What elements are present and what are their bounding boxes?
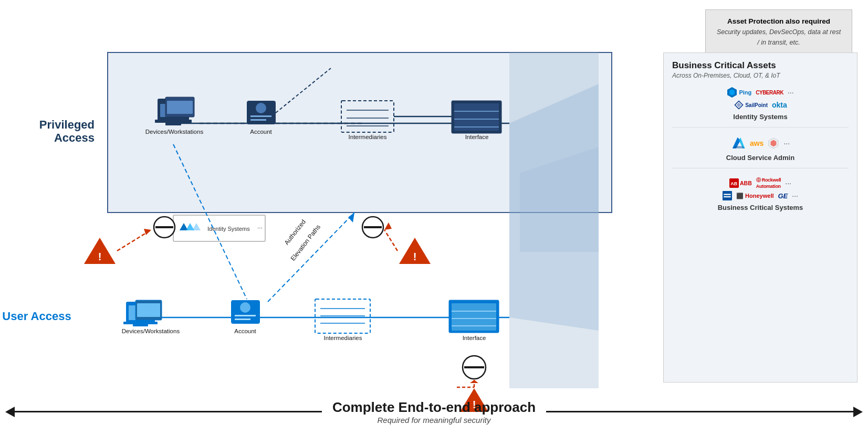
abb-logo: AB ABB [729, 178, 752, 188]
arrow-line [15, 411, 322, 412]
arrow-left [5, 407, 15, 417]
svg-point-27 [240, 302, 250, 313]
svg-text:!: ! [98, 251, 102, 262]
priv-account-label: Account [250, 129, 272, 135]
identity-logos-2: SailPoint okta [672, 100, 849, 110]
dots-2: ··· [783, 139, 790, 147]
priv-int-label: Intermediaries [349, 134, 387, 140]
svg-text:···: ··· [257, 224, 263, 231]
privileged-access-label: Privileged [39, 118, 95, 131]
svg-rect-28 [235, 315, 256, 316]
arrow-row: Complete End-to-end approach Required fo… [5, 399, 863, 425]
cyberark-logo: CYBERARK [756, 90, 783, 96]
asset-protection-callout: Asset Protection also required Security … [705, 9, 852, 55]
dots-1: ··· [788, 88, 794, 97]
rockwell-logo: ⓪ RockwellAutomation [756, 177, 781, 189]
svg-rect-48 [723, 191, 732, 200]
ping-logo: Ping [727, 87, 751, 98]
ge-logo: GE [778, 192, 788, 200]
priv-devices-label: Devices/Workstations [145, 129, 204, 135]
arrow-right [853, 407, 863, 417]
bcs-section-label: Business Critical Systems [672, 204, 849, 211]
svg-rect-3 [167, 101, 193, 114]
main-diagram: Devices/Workstations Account Intermediar… [5, 42, 663, 399]
cloud-logos: aws ··· [672, 136, 849, 151]
svg-text:!: ! [413, 251, 417, 262]
bca-subtitle: Across On-Premises, Cloud, OT, & IoT [672, 72, 849, 79]
svg-marker-45 [771, 140, 777, 146]
bcs-icon1 [723, 191, 732, 200]
bca-panel: Business Critical Assets Across On-Premi… [663, 52, 857, 383]
azure-logo [731, 136, 746, 151]
elevation-arrow [268, 213, 354, 302]
callout-title: Asset Protection also required [727, 17, 830, 25]
svg-rect-23 [133, 324, 148, 326]
svg-text:Identity Systems: Identity Systems [207, 226, 250, 232]
svg-rect-0 [165, 123, 181, 125]
cloud-section-label: Cloud Service Admin [672, 154, 849, 162]
svg-rect-26 [137, 303, 160, 317]
end-to-end-subtitle: Required for meaningful security [332, 416, 536, 425]
svg-text:AB: AB [730, 181, 737, 186]
svg-marker-38 [470, 380, 478, 383]
dots-3: ··· [785, 179, 791, 187]
user-interface-label: Interface [463, 335, 486, 341]
priv-interface-label: Interface [465, 134, 489, 140]
identity-logos: Ping CYBERARK ··· [672, 87, 849, 98]
svg-rect-33 [452, 303, 496, 331]
warning-arrow-mid [384, 230, 398, 251]
sailpoint-logo: SailPoint [734, 100, 768, 110]
svg-text:Access: Access [54, 131, 95, 144]
svg-marker-21 [348, 213, 354, 222]
user-access-label: User Access [2, 310, 71, 323]
svg-rect-7 [454, 103, 499, 131]
svg-rect-49 [724, 194, 731, 195]
svg-rect-5 [250, 115, 271, 117]
end-to-end-text: Complete End-to-end approach Required fo… [322, 399, 546, 425]
aws-logo: aws [750, 139, 764, 147]
user-int-label: Intermediaries [324, 335, 362, 341]
user-devices-label: Devices/Workstations [122, 328, 180, 334]
bca-section-cloud: aws ··· Cloud Service Admin [672, 136, 849, 168]
svg-rect-50 [724, 196, 731, 197]
bca-section-identity: Ping CYBERARK ··· SailPoint okta Identit… [672, 87, 849, 128]
identity-section-label: Identity Systems [672, 113, 849, 121]
user-account-label: Account [234, 328, 256, 334]
bcs-logos-1: AB ABB ⓪ RockwellAutomation ··· [672, 177, 849, 189]
svg-rect-6 [250, 119, 266, 121]
bottom-section: Complete End-to-end approach Required fo… [5, 390, 863, 435]
dots-4: ··· [792, 192, 798, 200]
okta-logo: okta [772, 101, 787, 109]
bca-section-bcs: AB ABB ⓪ RockwellAutomation ··· ⬛ Honeyw… [672, 177, 849, 218]
svg-rect-22 [123, 322, 158, 324]
honeywell-logo: ⬛ Honeywell [736, 193, 773, 199]
gcp-logo [768, 137, 779, 149]
end-to-end-title: Complete End-to-end approach [332, 399, 536, 416]
svg-rect-29 [235, 319, 250, 320]
svg-point-4 [256, 103, 266, 113]
svg-marker-19 [384, 222, 392, 230]
bcs-logos-2: ⬛ Honeywell GE ··· [672, 191, 849, 200]
priv-device-stand [155, 120, 192, 123]
callout-subtitle: Security updates, DevSecOps, data at res… [717, 28, 841, 46]
arrow-line-right [546, 411, 853, 412]
bca-title: Business Critical Assets [672, 60, 849, 71]
